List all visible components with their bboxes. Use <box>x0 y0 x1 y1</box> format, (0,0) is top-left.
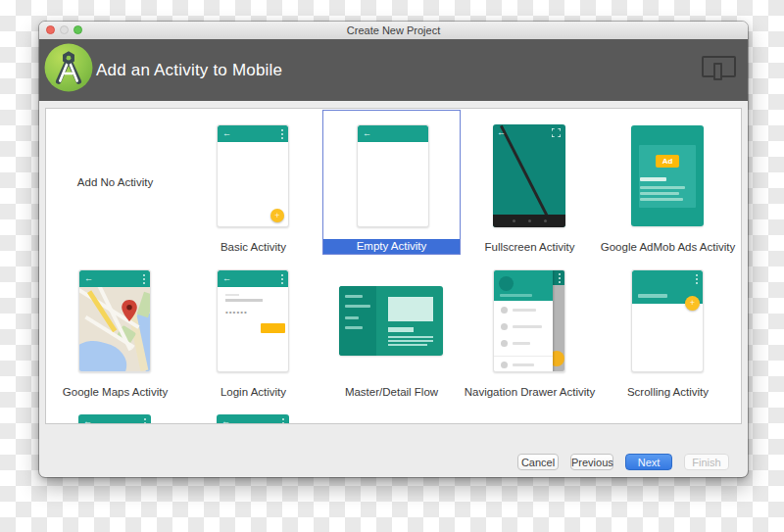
field-label-line <box>225 294 239 296</box>
partial-template-thumbnail[interactable]: ← <box>78 414 151 424</box>
template-label: Navigation Drawer Activity <box>461 385 599 400</box>
detail-title-line <box>388 327 414 332</box>
template-card-basic-activity[interactable]: ← + Basic Activity <box>184 110 322 255</box>
password-dots: •••••• <box>225 308 248 316</box>
template-card-master-detail-flow[interactable]: Master/Detail Flow <box>322 255 461 400</box>
template-label: Fullscreen Activity <box>461 240 599 255</box>
template-label: Scrolling Activity <box>599 385 737 400</box>
template-label: Login Activity <box>184 385 322 400</box>
transparency-checkerboard: { "window": { "title": "Create New Proje… <box>0 0 784 532</box>
finish-button[interactable]: Finish <box>684 454 729 470</box>
back-arrow-icon: ← <box>222 270 231 287</box>
basic-activity-thumbnail: ← + <box>217 124 289 227</box>
fullscreen-activity-thumbnail: ← <box>493 124 565 227</box>
ad-badge: Ad <box>656 155 679 168</box>
next-button[interactable]: Next <box>625 454 672 470</box>
template-label: Basic Activity <box>184 240 322 255</box>
template-card-fullscreen-activity[interactable]: ← Fullscreen Activity <box>461 110 599 255</box>
app-bar: ← <box>358 125 428 142</box>
overflow-menu-icon <box>696 274 698 276</box>
sign-in-button-graphic <box>261 323 285 333</box>
template-card-login-activity[interactable]: ← •••••• Login Activity <box>184 255 322 400</box>
overflow-menu-icon <box>559 273 561 275</box>
template-card-scrolling-activity[interactable]: + Scrolling Activity <box>599 255 737 400</box>
list-line <box>345 326 363 329</box>
maps-activity-thumbnail: ← <box>78 269 151 372</box>
input-underline <box>225 299 263 302</box>
master-detail-thumbnail <box>339 286 443 356</box>
template-label: Master/Detail Flow <box>322 385 461 400</box>
overflow-menu-icon <box>143 274 145 276</box>
avatar <box>499 276 514 291</box>
activity-template-grid: Add No Activity ← + Basic Activity ← Emp… <box>45 108 742 424</box>
fab-icon: + <box>685 296 700 311</box>
fab-icon: + <box>270 209 284 222</box>
nav-dot <box>544 219 547 222</box>
template-card-admob-ads-activity[interactable]: Ad Google AdMob Ads Activity <box>599 110 737 255</box>
cancel-button[interactable]: Cancel <box>517 454 559 470</box>
app-bar: ← <box>79 270 150 287</box>
login-activity-thumbnail: ← •••••• <box>217 269 289 372</box>
drawer-item-icon <box>501 340 508 347</box>
text-line <box>640 198 683 201</box>
template-label: Google AdMob Ads Activity <box>599 240 737 255</box>
android-studio-logo-icon <box>44 43 93 92</box>
drawer-item-icon <box>501 362 508 368</box>
template-card-empty-activity[interactable]: ← Empty Activity <box>322 110 461 255</box>
overflow-menu-icon <box>281 274 283 276</box>
detail-text-line <box>388 344 427 346</box>
back-arrow-icon: ← <box>222 125 231 142</box>
map-graphic <box>79 287 150 371</box>
selected-template-label: Empty Activity <box>323 239 460 254</box>
list-line <box>345 295 363 298</box>
window-title: Create New Project <box>39 22 748 39</box>
window-titlebar: Create New Project <box>39 22 748 40</box>
drawer-panel <box>494 270 553 372</box>
device-form-factor-icon <box>702 56 736 77</box>
drawer-item-line <box>513 363 534 366</box>
previous-button[interactable]: Previous <box>570 454 613 470</box>
app-bar: ← <box>218 125 288 142</box>
drawer-header <box>494 270 553 301</box>
back-arrow-icon: ← <box>363 125 371 142</box>
back-arrow-icon: ← <box>221 414 230 424</box>
overflow-menu-icon <box>281 129 283 131</box>
nav-dot <box>528 219 531 222</box>
app-bar: ← <box>218 270 288 287</box>
wizard-header: Add an Activity to Mobile <box>39 39 748 101</box>
list-line <box>345 305 370 308</box>
nav-bar <box>493 215 565 227</box>
nav-dot <box>513 219 515 222</box>
drawer-divider <box>494 356 553 357</box>
drawer-item-icon <box>501 323 508 330</box>
back-arrow-icon: ← <box>83 414 92 424</box>
detail-image-placeholder <box>388 297 433 321</box>
detail-text-line <box>388 336 433 338</box>
drawer-item-line <box>513 342 530 345</box>
template-label: Add No Activity <box>46 110 184 255</box>
overflow-menu-icon <box>144 418 146 420</box>
back-arrow-icon: ← <box>497 127 506 137</box>
map-pin-icon <box>119 298 140 323</box>
detail-text-line <box>388 340 433 342</box>
template-card-google-maps-activity[interactable]: ← <box>46 255 184 400</box>
back-arrow-icon: ← <box>84 270 93 287</box>
drawer-item-line <box>513 309 536 312</box>
empty-activity-thumbnail: ← <box>357 124 429 227</box>
overflow-menu-icon <box>282 418 284 420</box>
text-line <box>640 177 666 181</box>
clock-hand-graphic <box>500 125 553 226</box>
app-bar <box>553 270 565 285</box>
text-line <box>640 192 679 195</box>
list-line <box>345 316 359 319</box>
phone-in-tablet-icon <box>713 63 722 80</box>
partial-template-thumbnail[interactable]: ← <box>217 414 289 424</box>
admob-activity-thumbnail: Ad <box>631 125 704 226</box>
title-line <box>638 294 667 298</box>
fullscreen-icon <box>552 128 561 137</box>
template-card-add-no-activity[interactable]: Add No Activity <box>46 110 184 255</box>
scrolling-activity-thumbnail: + <box>631 269 704 372</box>
drawer-item-line <box>513 325 542 328</box>
text-line <box>640 186 685 189</box>
template-card-navigation-drawer-activity[interactable]: Navigation Drawer Activity <box>461 255 599 400</box>
